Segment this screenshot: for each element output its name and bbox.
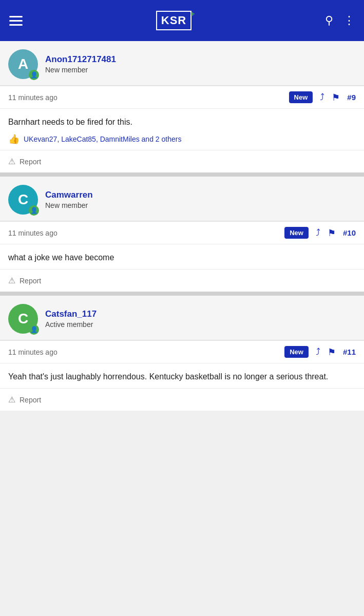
comment-text: what a joke we have become xyxy=(8,252,356,264)
comment-meta: 11 minutes ago New ⤴ ⚑ #10 xyxy=(0,221,364,244)
report-label[interactable]: Report xyxy=(20,277,41,285)
bookmark-icon[interactable]: ⚑ xyxy=(328,346,336,358)
new-badge: New xyxy=(289,91,313,103)
avatar-badge: 👤 xyxy=(29,205,39,216)
user-info: Catsfan_117 Active member xyxy=(45,309,97,329)
app-logo: KSR + xyxy=(156,11,191,30)
comment-item: A 👤 Anon1712717481 New member 11 minutes… xyxy=(0,41,364,172)
user-header: C 👤 Camwarren New member xyxy=(0,177,364,221)
user-header: A 👤 Anon1712717481 New member xyxy=(0,41,364,86)
report-icon: ⚠ xyxy=(8,157,15,166)
share-icon[interactable]: ⤴ xyxy=(320,92,324,103)
user-role: New member xyxy=(45,66,116,74)
username[interactable]: Camwarren xyxy=(45,190,93,200)
comment-meta: 11 minutes ago New ⤴ ⚑ #11 xyxy=(0,340,364,363)
like-icon[interactable]: 👍 xyxy=(8,133,20,145)
search-icon[interactable]: ⚲ xyxy=(325,14,333,27)
comment-text: Barnhart needs to be fired for this. xyxy=(8,116,356,128)
bookmark-icon[interactable]: ⚑ xyxy=(328,227,336,239)
user-info: Anon1712717481 New member xyxy=(45,54,116,74)
report-icon: ⚠ xyxy=(8,276,15,285)
username[interactable]: Catsfan_117 xyxy=(45,309,97,319)
comment-likes: 👍 UKevan27, LakeCat85, DamnitMiles and 2… xyxy=(8,133,356,145)
share-icon[interactable]: ⤴ xyxy=(316,227,320,238)
comment-timestamp: 11 minutes ago xyxy=(8,348,58,356)
avatar: C 👤 xyxy=(8,304,38,334)
section-separator xyxy=(0,172,364,177)
bookmark-icon[interactable]: ⚑ xyxy=(332,92,340,103)
comment-number: #10 xyxy=(343,228,356,237)
avatar: A 👤 xyxy=(8,49,38,79)
comment-number: #11 xyxy=(343,348,356,356)
comment-number: #9 xyxy=(347,93,356,102)
user-role: New member xyxy=(45,201,93,209)
new-badge: New xyxy=(284,346,309,358)
comment-content: what a joke we have become xyxy=(0,244,364,269)
comment-content: Barnhart needs to be fired for this. 👍 U… xyxy=(0,109,364,150)
comment-timestamp: 11 minutes ago xyxy=(8,93,58,102)
like-users[interactable]: UKevan27, LakeCat85, DamnitMiles and 2 o… xyxy=(24,135,181,143)
comment-content: Yeah that's just laughably horrendous. K… xyxy=(0,363,364,388)
user-header: C 👤 Catsfan_117 Active member xyxy=(0,296,364,340)
avatar-badge: 👤 xyxy=(29,324,39,335)
report-row: ⚠ Report xyxy=(0,269,364,292)
more-options-icon[interactable]: ⋮ xyxy=(343,14,355,27)
comment-timestamp: 11 minutes ago xyxy=(8,229,58,237)
comment-actions: New ⤴ ⚑ #10 xyxy=(284,227,356,239)
avatar: C 👤 xyxy=(8,185,38,215)
header-right-actions: ⚲ ⋮ xyxy=(325,14,355,27)
logo-text: KSR xyxy=(161,14,186,27)
report-row: ⚠ Report xyxy=(0,150,364,172)
comment-item: C 👤 Catsfan_117 Active member 11 minutes… xyxy=(0,296,364,411)
comment-actions: New ⤴ ⚑ #11 xyxy=(284,346,356,358)
report-icon: ⚠ xyxy=(8,395,15,405)
user-info: Camwarren New member xyxy=(45,190,93,209)
menu-button[interactable] xyxy=(9,16,23,26)
avatar-badge: 👤 xyxy=(29,70,39,80)
report-label[interactable]: Report xyxy=(20,158,41,166)
share-icon[interactable]: ⤴ xyxy=(316,346,320,357)
comment-meta: 11 minutes ago New ⤴ ⚑ #9 xyxy=(0,86,364,109)
comment-text: Yeah that's just laughably horrendous. K… xyxy=(8,371,356,383)
report-label[interactable]: Report xyxy=(20,396,41,404)
plus-icon: + xyxy=(190,10,195,18)
report-row: ⚠ Report xyxy=(0,388,364,411)
comment-actions: New ⤴ ⚑ #9 xyxy=(289,91,356,103)
user-role: Active member xyxy=(45,320,97,329)
username[interactable]: Anon1712717481 xyxy=(45,54,116,65)
section-separator xyxy=(0,292,364,296)
app-header: KSR + ⚲ ⋮ xyxy=(0,0,364,41)
comment-item: C 👤 Camwarren New member 11 minutes ago … xyxy=(0,177,364,292)
new-badge: New xyxy=(284,227,309,239)
